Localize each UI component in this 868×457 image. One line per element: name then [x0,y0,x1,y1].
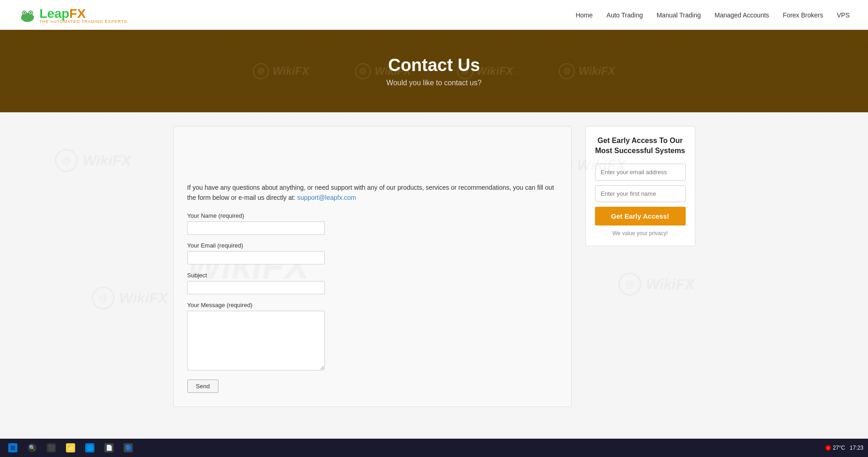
support-email-link[interactable]: support@leapfx.com [297,194,356,201]
taskbar: ⊞ 🔍 ⬛ 📁 🌐 📄 🔵 ! 27°C 17:23 [0,439,868,457]
name-field-group: Your Name (required) [187,212,557,235]
intro-text: If you have any questions about anything… [187,182,557,203]
send-button[interactable]: Send [187,380,218,393]
early-access-title: Get Early Access To Our Most Successful … [595,136,686,156]
taskbar-edge[interactable]: 🌐 [82,441,98,454]
logo-leap-text: Leap [39,6,69,21]
nav-manual-trading[interactable]: Manual Trading [656,11,701,19]
task-view-icon: ⬛ [47,443,56,452]
taskbar-extra2[interactable]: 🔵 [120,441,136,454]
site-header: LeapFX THE AUTOMATED TRADING EXPERTS Hom… [0,0,868,30]
get-early-access-button[interactable]: Get Early Access! [595,207,686,226]
message-label: Your Message (required) [187,302,557,308]
email-field-group: Your Email (required) [187,242,557,264]
subject-field-group: Subject [187,272,557,294]
main-nav: Home Auto Trading Manual Trading Managed… [576,11,850,19]
taskbar-file-explorer[interactable]: 📁 [62,441,79,454]
files-icon: 📄 [104,443,114,452]
early-access-name-input[interactable] [595,185,686,202]
temperature-text: 27°C [833,445,845,451]
frog-logo-icon [18,6,37,24]
time-display: 17:23 [850,445,863,451]
email-input[interactable] [187,251,325,264]
logo-tagline: THE AUTOMATED TRADING EXPERTS [39,19,127,24]
svg-point-6 [30,12,32,13]
svg-point-5 [24,12,25,13]
taskbar-extra1[interactable]: 📄 [101,441,117,454]
logo: LeapFX THE AUTOMATED TRADING EXPERTS [18,6,127,24]
taskbar-right: ! 27°C 17:23 [825,445,863,451]
nav-forex-brokers[interactable]: Forex Brokers [783,11,823,19]
name-input[interactable] [187,221,325,235]
temp-dot: ! [825,445,831,451]
logo-fx-text: FX [69,6,86,21]
hero-title: Contact Us [388,55,480,75]
folder-icon: 📁 [66,443,75,452]
nav-vps[interactable]: VPS [837,11,850,19]
sidebar: Get Early Access To Our Most Successful … [585,126,695,407]
email-label: Your Email (required) [187,242,557,249]
message-field-group: Your Message (required) [187,302,557,372]
nav-home[interactable]: Home [576,11,593,19]
subject-label: Subject [187,272,557,279]
subject-input[interactable] [187,281,325,294]
contact-form: Your Name (required) Your Email (require… [187,212,557,393]
taskbar-task-view[interactable]: ⬛ [43,441,60,454]
temperature-display: ! 27°C [825,445,845,451]
taskbar-start[interactable]: ⊞ [5,441,21,454]
main-content: WikiFX If you have any questions about a… [136,112,732,421]
taskbar-search[interactable]: 🔍 [24,441,40,454]
name-label: Your Name (required) [187,212,557,219]
watermark-1: @ WikiFX [55,149,131,172]
message-textarea[interactable] [187,311,325,370]
hero-subtitle: Would you like to contact us? [387,79,482,87]
hero-banner: @ WikiFX @ WikiFX @ WikiFX @ WikiFX Cont… [0,30,868,112]
search-taskbar-icon: 🔍 [27,443,37,452]
early-access-email-input[interactable] [595,164,686,181]
app-icon: 🔵 [124,443,133,452]
contact-card: WikiFX If you have any questions about a… [173,126,572,407]
nav-managed-accounts[interactable]: Managed Accounts [715,11,769,19]
early-access-box: Get Early Access To Our Most Successful … [585,126,695,246]
privacy-text: We value your privacy! [595,230,686,237]
nav-auto-trading[interactable]: Auto Trading [606,11,643,19]
windows-icon: ⊞ [8,443,17,452]
edge-icon: 🌐 [85,443,94,452]
